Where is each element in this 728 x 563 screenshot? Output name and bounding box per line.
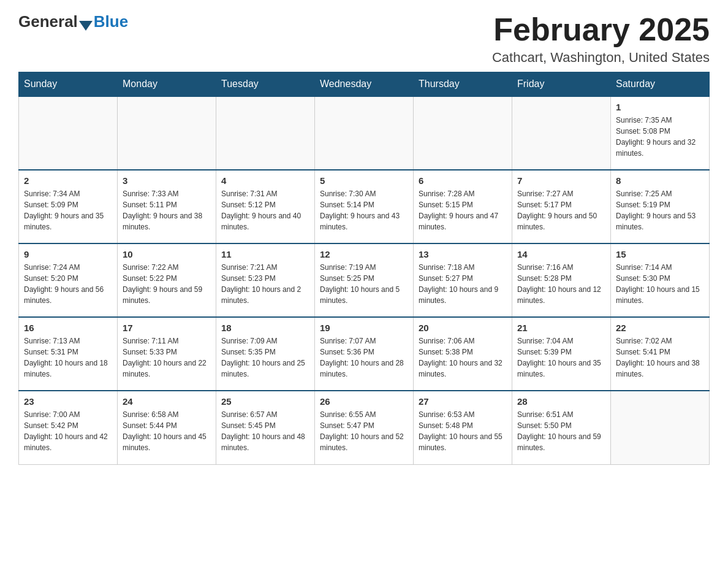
- day-number: 24: [123, 396, 211, 407]
- day-info: Sunrise: 6:51 AMSunset: 5:50 PMDaylight:…: [517, 409, 605, 453]
- week-row-2: 2Sunrise: 7:34 AMSunset: 5:09 PMDaylight…: [19, 170, 710, 243]
- calendar-table: SundayMondayTuesdayWednesdayThursdayFrid…: [18, 72, 710, 465]
- calendar-cell: 26Sunrise: 6:55 AMSunset: 5:47 PMDayligh…: [315, 391, 414, 464]
- calendar-cell: 5Sunrise: 7:30 AMSunset: 5:14 PMDaylight…: [315, 170, 414, 243]
- calendar-cell: [315, 96, 414, 170]
- day-info: Sunrise: 7:02 AMSunset: 5:41 PMDaylight:…: [616, 335, 704, 380]
- day-info: Sunrise: 7:27 AMSunset: 5:17 PMDaylight:…: [517, 188, 605, 232]
- day-number: 15: [616, 249, 704, 259]
- day-number: 22: [616, 323, 704, 333]
- day-info: Sunrise: 7:31 AMSunset: 5:12 PMDaylight:…: [221, 188, 309, 232]
- logo-arrow-icon: [79, 21, 93, 31]
- calendar-cell: 16Sunrise: 7:13 AMSunset: 5:31 PMDayligh…: [19, 317, 118, 391]
- logo-general-text: General: [18, 12, 78, 31]
- calendar-cell: 6Sunrise: 7:28 AMSunset: 5:15 PMDaylight…: [414, 170, 512, 243]
- week-row-1: 1Sunrise: 7:35 AMSunset: 5:08 PMDaylight…: [19, 96, 710, 170]
- day-number: 14: [517, 249, 605, 259]
- day-info: Sunrise: 7:28 AMSunset: 5:15 PMDaylight:…: [419, 188, 507, 232]
- day-info: Sunrise: 7:04 AMSunset: 5:39 PMDaylight:…: [517, 335, 605, 380]
- day-info: Sunrise: 6:53 AMSunset: 5:48 PMDaylight:…: [419, 409, 507, 453]
- day-info: Sunrise: 7:35 AMSunset: 5:08 PMDaylight:…: [616, 115, 704, 159]
- day-info: Sunrise: 7:18 AMSunset: 5:27 PMDaylight:…: [419, 262, 507, 306]
- day-number: 16: [24, 323, 112, 333]
- day-info: Sunrise: 7:21 AMSunset: 5:23 PMDaylight:…: [221, 262, 309, 306]
- calendar-cell: 1Sunrise: 7:35 AMSunset: 5:08 PMDaylight…: [611, 96, 710, 170]
- calendar-cell: [414, 96, 512, 170]
- day-info: Sunrise: 7:00 AMSunset: 5:42 PMDaylight:…: [24, 409, 112, 453]
- day-info: Sunrise: 7:06 AMSunset: 5:38 PMDaylight:…: [419, 335, 507, 380]
- calendar-cell: 22Sunrise: 7:02 AMSunset: 5:41 PMDayligh…: [611, 317, 710, 391]
- weekday-header-tuesday: Tuesday: [216, 72, 315, 97]
- day-info: Sunrise: 7:30 AMSunset: 5:14 PMDaylight:…: [320, 188, 408, 232]
- calendar-cell: [611, 391, 710, 464]
- calendar-cell: 4Sunrise: 7:31 AMSunset: 5:12 PMDaylight…: [216, 170, 315, 243]
- day-number: 26: [320, 396, 408, 407]
- day-info: Sunrise: 7:25 AMSunset: 5:19 PMDaylight:…: [616, 188, 704, 232]
- day-number: 20: [419, 323, 507, 333]
- calendar-cell: 18Sunrise: 7:09 AMSunset: 5:35 PMDayligh…: [216, 317, 315, 391]
- day-number: 12: [320, 249, 408, 259]
- day-number: 23: [24, 396, 112, 407]
- day-info: Sunrise: 7:16 AMSunset: 5:28 PMDaylight:…: [517, 262, 605, 306]
- day-number: 13: [419, 249, 507, 259]
- subtitle: Cathcart, Washington, United States: [492, 50, 710, 66]
- day-number: 17: [123, 323, 211, 333]
- day-info: Sunrise: 7:24 AMSunset: 5:20 PMDaylight:…: [24, 262, 112, 306]
- day-number: 10: [123, 249, 211, 259]
- day-number: 9: [24, 249, 112, 259]
- calendar-cell: 17Sunrise: 7:11 AMSunset: 5:33 PMDayligh…: [118, 317, 216, 391]
- weekday-header-saturday: Saturday: [611, 72, 710, 97]
- title-section: February 2025 Cathcart, Washington, Unit…: [492, 12, 710, 66]
- weekday-header-monday: Monday: [118, 72, 216, 97]
- calendar-cell: [118, 96, 216, 170]
- day-number: 2: [24, 175, 112, 186]
- calendar-cell: 2Sunrise: 7:34 AMSunset: 5:09 PMDaylight…: [19, 170, 118, 243]
- day-number: 25: [221, 396, 309, 407]
- weekday-header-friday: Friday: [512, 72, 611, 97]
- day-number: 3: [123, 175, 211, 186]
- weekday-header-sunday: Sunday: [19, 72, 118, 97]
- calendar-cell: 21Sunrise: 7:04 AMSunset: 5:39 PMDayligh…: [512, 317, 611, 391]
- calendar-cell: [512, 96, 611, 170]
- calendar-cell: 25Sunrise: 6:57 AMSunset: 5:45 PMDayligh…: [216, 391, 315, 464]
- calendar-cell: 11Sunrise: 7:21 AMSunset: 5:23 PMDayligh…: [216, 243, 315, 317]
- calendar-cell: 14Sunrise: 7:16 AMSunset: 5:28 PMDayligh…: [512, 243, 611, 317]
- calendar-cell: 27Sunrise: 6:53 AMSunset: 5:48 PMDayligh…: [414, 391, 512, 464]
- day-number: 27: [419, 396, 507, 407]
- calendar-cell: 15Sunrise: 7:14 AMSunset: 5:30 PMDayligh…: [611, 243, 710, 317]
- calendar-cell: 9Sunrise: 7:24 AMSunset: 5:20 PMDaylight…: [19, 243, 118, 317]
- day-number: 19: [320, 323, 408, 333]
- logo: General Blue: [18, 12, 128, 31]
- day-info: Sunrise: 7:11 AMSunset: 5:33 PMDaylight:…: [123, 335, 211, 380]
- calendar-cell: 28Sunrise: 6:51 AMSunset: 5:50 PMDayligh…: [512, 391, 611, 464]
- calendar-cell: 19Sunrise: 7:07 AMSunset: 5:36 PMDayligh…: [315, 317, 414, 391]
- calendar-cell: 3Sunrise: 7:33 AMSunset: 5:11 PMDaylight…: [118, 170, 216, 243]
- day-info: Sunrise: 7:19 AMSunset: 5:25 PMDaylight:…: [320, 262, 408, 306]
- weekday-header-thursday: Thursday: [414, 72, 512, 97]
- calendar-cell: 8Sunrise: 7:25 AMSunset: 5:19 PMDaylight…: [611, 170, 710, 243]
- day-number: 21: [517, 323, 605, 333]
- calendar-cell: 10Sunrise: 7:22 AMSunset: 5:22 PMDayligh…: [118, 243, 216, 317]
- day-info: Sunrise: 7:14 AMSunset: 5:30 PMDaylight:…: [616, 262, 704, 306]
- day-info: Sunrise: 6:55 AMSunset: 5:47 PMDaylight:…: [320, 409, 408, 453]
- day-number: 28: [517, 396, 605, 407]
- day-number: 5: [320, 175, 408, 186]
- calendar-cell: 24Sunrise: 6:58 AMSunset: 5:44 PMDayligh…: [118, 391, 216, 464]
- day-number: 7: [517, 175, 605, 186]
- calendar-cell: 7Sunrise: 7:27 AMSunset: 5:17 PMDaylight…: [512, 170, 611, 243]
- calendar-cell: 23Sunrise: 7:00 AMSunset: 5:42 PMDayligh…: [19, 391, 118, 464]
- day-info: Sunrise: 6:57 AMSunset: 5:45 PMDaylight:…: [221, 409, 309, 453]
- weekday-header-row: SundayMondayTuesdayWednesdayThursdayFrid…: [19, 72, 710, 97]
- day-info: Sunrise: 7:13 AMSunset: 5:31 PMDaylight:…: [24, 335, 112, 380]
- week-row-5: 23Sunrise: 7:00 AMSunset: 5:42 PMDayligh…: [19, 391, 710, 464]
- page-header: General Blue February 2025 Cathcart, Was…: [18, 12, 710, 66]
- day-info: Sunrise: 7:34 AMSunset: 5:09 PMDaylight:…: [24, 188, 112, 232]
- day-number: 18: [221, 323, 309, 333]
- day-info: Sunrise: 7:33 AMSunset: 5:11 PMDaylight:…: [123, 188, 211, 232]
- weekday-header-wednesday: Wednesday: [315, 72, 414, 97]
- day-info: Sunrise: 7:07 AMSunset: 5:36 PMDaylight:…: [320, 335, 408, 380]
- day-number: 8: [616, 175, 704, 186]
- day-info: Sunrise: 7:22 AMSunset: 5:22 PMDaylight:…: [123, 262, 211, 306]
- week-row-4: 16Sunrise: 7:13 AMSunset: 5:31 PMDayligh…: [19, 317, 710, 391]
- week-row-3: 9Sunrise: 7:24 AMSunset: 5:20 PMDaylight…: [19, 243, 710, 317]
